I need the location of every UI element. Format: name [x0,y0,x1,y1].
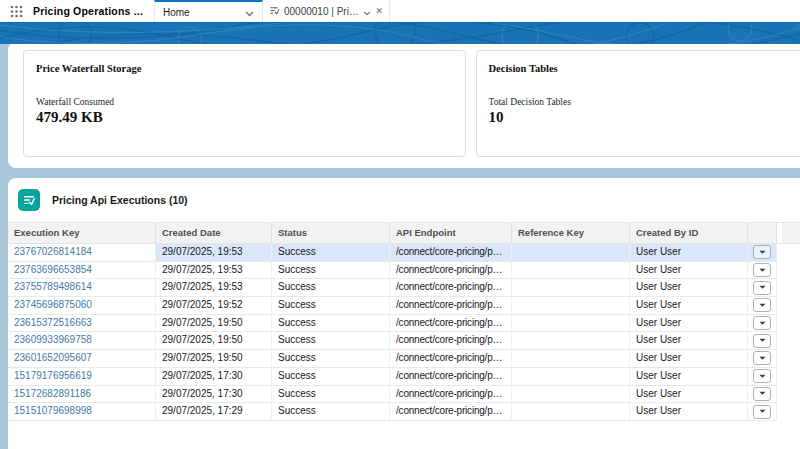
app-launcher-icon[interactable] [10,5,23,18]
status-cell: Success [272,262,390,280]
execution-key-cell: 15151079698998 [8,403,156,421]
execution-key-cell: 23767026814184 [8,244,156,262]
chevron-down-icon [759,391,766,396]
execution-key-link[interactable]: 23767026814184 [14,246,92,257]
column-header[interactable]: Status [272,223,390,243]
api-endpoint-cell: /connect/core-pricing/price-… [390,386,512,404]
execution-key-cell: 23615372516663 [8,315,156,333]
row-action-button[interactable] [753,298,771,312]
card-title: Decision Tables [489,63,797,74]
pricing-api-executions-card: Pricing Api Executions (10) Execution Ke… [8,178,800,449]
execution-key-cell: 15179176956619 [8,368,156,386]
row-action-button[interactable] [753,334,771,348]
execution-key-link[interactable]: 23745696875060 [14,299,92,310]
row-actions-cell [748,244,777,262]
execution-key-link[interactable]: 15151079698998 [14,405,92,416]
table-row: 1515107969899829/07/2025, 17:29Success/c… [8,403,800,421]
metric-value: 479.49 KB [36,109,453,126]
row-action-button[interactable] [753,351,771,365]
reference-key-cell [512,403,630,421]
created-by-cell: User User [630,297,748,315]
row-action-button[interactable] [753,387,771,401]
card-header: Pricing Api Executions (10) [8,178,800,222]
table-row: 2360993396975829/07/2025, 19:50Success/c… [8,332,800,350]
api-endpoint-cell: /connect/core-pricing/price-… [390,368,512,386]
created-date-cell: 29/07/2025, 17:30 [156,368,272,386]
created-date-cell: 29/07/2025, 19:52 [156,297,272,315]
created-by-cell: User User [630,368,748,386]
chevron-down-icon [759,250,766,255]
execution-key-link[interactable]: 23601652095607 [14,352,92,363]
execution-key-link[interactable]: 15172682891186 [14,388,91,399]
tab-home[interactable]: Home [154,0,263,22]
column-header-actions [748,223,777,243]
row-actions-cell [748,279,777,297]
status-cell: Success [272,332,390,350]
reference-key-cell [512,262,630,280]
row-action-button[interactable] [753,369,771,383]
status-cell: Success [272,368,390,386]
api-endpoint-cell: /connect/core-pricing/price-… [390,244,512,262]
metric-label: Waterfall Consumed [36,97,453,107]
column-header[interactable]: Execution Key [8,223,156,243]
api-endpoint-cell: /connect/core-pricing/price-… [390,350,512,368]
status-cell: Success [272,350,390,368]
global-tab-bar: Pricing Operations ... Home 00000010 | P… [0,0,800,22]
api-endpoint-cell: /connect/core-pricing/price-… [390,315,512,333]
created-date-cell: 29/07/2025, 17:30 [156,386,272,404]
workspace-tabs: Home 00000010 | Pricing ... ✕ [154,0,390,22]
table-row: 2376702681418429/07/2025, 19:53Success/c… [8,244,800,262]
row-action-button[interactable] [753,405,771,419]
created-date-cell: 29/07/2025, 19:50 [156,332,272,350]
column-header[interactable]: API Endpoint [390,223,512,243]
execution-key-link[interactable]: 15179176956619 [14,370,92,381]
table-body: 2376702681418429/07/2025, 19:53Success/c… [8,244,800,421]
created-date-cell: 29/07/2025, 19:50 [156,350,272,368]
created-by-cell: User User [630,244,748,262]
row-action-button[interactable] [753,245,771,259]
row-actions-cell [748,315,777,333]
execution-key-link[interactable]: 23763696653854 [14,264,92,275]
chevron-down-icon [759,374,766,379]
chevron-down-icon [759,303,766,308]
execution-key-link[interactable]: 23615372516663 [14,317,92,328]
chevron-down-icon[interactable] [245,3,254,21]
chevron-down-icon [759,285,766,290]
created-by-cell: User User [630,315,748,333]
tab-record-pricing[interactable]: 00000010 | Pricing ... ✕ [263,0,390,22]
row-action-button[interactable] [753,263,771,277]
status-cell: Success [272,403,390,421]
close-icon[interactable]: ✕ [375,7,383,16]
chevron-down-icon [759,338,766,343]
metric-label: Total Decision Tables [489,97,797,107]
page-body: Price Waterfall Storage Waterfall Consum… [0,42,800,449]
row-actions-cell [748,262,777,280]
reference-key-cell [512,315,630,333]
api-endpoint-cell: /connect/core-pricing/price-… [390,332,512,350]
execution-key-link[interactable]: 23755789498614 [14,281,92,292]
reference-key-cell [512,244,630,262]
row-action-button[interactable] [753,281,771,295]
row-actions-cell [748,350,777,368]
record-list-check-icon [269,2,280,20]
execution-key-cell: 23763696653854 [8,262,156,280]
execution-key-link[interactable]: 23609933969758 [14,334,92,345]
created-date-cell: 29/07/2025, 19:50 [156,315,272,333]
column-header[interactable]: Created Date [156,223,272,243]
chevron-down-icon[interactable] [363,2,371,20]
banner-texture [0,23,800,44]
status-cell: Success [272,297,390,315]
api-endpoint-cell: /connect/core-pricing/price-… [390,262,512,280]
api-endpoint-cell: /connect/core-pricing/price-… [390,403,512,421]
status-cell: Success [272,279,390,297]
reference-key-cell [512,297,630,315]
header-scrollbar-gutter [777,223,800,243]
column-header[interactable]: Created By ID [630,223,748,243]
table-row: 2360165209560729/07/2025, 19:50Success/c… [8,350,800,368]
column-header[interactable]: Reference Key [512,223,630,243]
row-action-button[interactable] [753,316,771,330]
created-by-cell: User User [630,279,748,297]
execution-key-cell: 23601652095607 [8,350,156,368]
table-row: 2375578949861429/07/2025, 19:53Success/c… [8,279,800,297]
created-by-cell: User User [630,332,748,350]
